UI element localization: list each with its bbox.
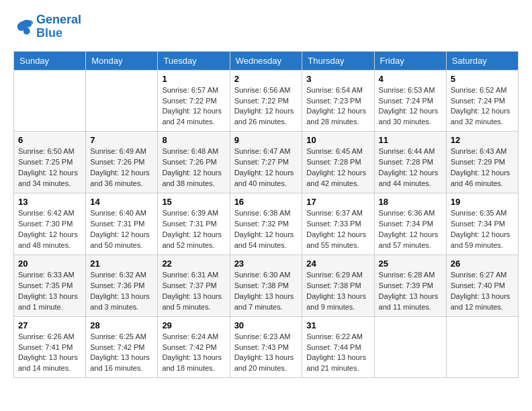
day-number: 31 <box>306 320 369 330</box>
day-number: 9 <box>234 135 298 145</box>
day-info: Sunrise: 6:32 AM Sunset: 7:36 PM Dayligh… <box>90 270 153 313</box>
day-number: 28 <box>90 320 153 330</box>
calendar-cell: 17Sunrise: 6:37 AM Sunset: 7:33 PM Dayli… <box>302 193 374 255</box>
day-header-monday: Monday <box>86 51 158 70</box>
calendar-cell: 29Sunrise: 6:24 AM Sunset: 7:42 PM Dayli… <box>158 316 230 378</box>
day-info: Sunrise: 6:44 AM Sunset: 7:28 PM Dayligh… <box>379 146 442 189</box>
day-number: 29 <box>162 320 225 330</box>
day-info: Sunrise: 6:22 AM Sunset: 7:44 PM Dayligh… <box>306 332 369 375</box>
day-number: 1 <box>162 74 225 84</box>
calendar-cell: 5Sunrise: 6:52 AM Sunset: 7:24 PM Daylig… <box>446 70 518 132</box>
day-info: Sunrise: 6:57 AM Sunset: 7:22 PM Dayligh… <box>162 85 225 128</box>
calendar-cell: 25Sunrise: 6:28 AM Sunset: 7:39 PM Dayli… <box>374 255 446 316</box>
calendar-cell: 31Sunrise: 6:22 AM Sunset: 7:44 PM Dayli… <box>302 316 374 378</box>
day-info: Sunrise: 6:49 AM Sunset: 7:26 PM Dayligh… <box>90 146 153 189</box>
day-number: 4 <box>379 74 442 84</box>
day-number: 12 <box>451 135 514 145</box>
calendar-cell: 24Sunrise: 6:29 AM Sunset: 7:38 PM Dayli… <box>302 255 374 316</box>
day-number: 8 <box>162 135 225 145</box>
logo-bird-icon <box>13 17 34 37</box>
day-info: Sunrise: 6:48 AM Sunset: 7:26 PM Dayligh… <box>162 146 225 189</box>
calendar-header-row: SundayMondayTuesdayWednesdayThursdayFrid… <box>14 51 519 70</box>
calendar-cell <box>446 316 518 378</box>
day-info: Sunrise: 6:29 AM Sunset: 7:38 PM Dayligh… <box>306 270 369 313</box>
day-header-friday: Friday <box>374 51 446 70</box>
day-info: Sunrise: 6:47 AM Sunset: 7:27 PM Dayligh… <box>234 146 298 189</box>
calendar-cell: 20Sunrise: 6:33 AM Sunset: 7:35 PM Dayli… <box>14 255 86 316</box>
day-info: Sunrise: 6:23 AM Sunset: 7:43 PM Dayligh… <box>234 332 298 375</box>
day-header-tuesday: Tuesday <box>158 51 230 70</box>
day-info: Sunrise: 6:25 AM Sunset: 7:42 PM Dayligh… <box>90 332 153 375</box>
day-header-saturday: Saturday <box>446 51 518 70</box>
day-number: 10 <box>306 135 369 145</box>
calendar-cell: 7Sunrise: 6:49 AM Sunset: 7:26 PM Daylig… <box>86 132 158 193</box>
day-info: Sunrise: 6:50 AM Sunset: 7:25 PM Dayligh… <box>18 146 81 189</box>
day-info: Sunrise: 6:30 AM Sunset: 7:38 PM Dayligh… <box>234 270 298 313</box>
day-number: 6 <box>18 135 81 145</box>
day-number: 11 <box>379 135 442 145</box>
logo-text: General <box>36 13 81 27</box>
calendar-cell: 30Sunrise: 6:23 AM Sunset: 7:43 PM Dayli… <box>230 316 302 378</box>
day-info: Sunrise: 6:45 AM Sunset: 7:28 PM Dayligh… <box>306 146 369 189</box>
day-number: 13 <box>18 197 81 207</box>
day-header-wednesday: Wednesday <box>230 51 302 70</box>
calendar-week-row: 27Sunrise: 6:26 AM Sunset: 7:41 PM Dayli… <box>14 316 519 378</box>
calendar-cell: 14Sunrise: 6:40 AM Sunset: 7:31 PM Dayli… <box>86 193 158 255</box>
day-info: Sunrise: 6:36 AM Sunset: 7:34 PM Dayligh… <box>379 208 442 251</box>
day-info: Sunrise: 6:43 AM Sunset: 7:29 PM Dayligh… <box>451 146 514 189</box>
calendar-cell: 12Sunrise: 6:43 AM Sunset: 7:29 PM Dayli… <box>446 132 518 193</box>
calendar-cell: 28Sunrise: 6:25 AM Sunset: 7:42 PM Dayli… <box>86 316 158 378</box>
calendar-cell: 22Sunrise: 6:31 AM Sunset: 7:37 PM Dayli… <box>158 255 230 316</box>
day-number: 17 <box>306 197 369 207</box>
calendar-week-row: 13Sunrise: 6:42 AM Sunset: 7:30 PM Dayli… <box>14 193 519 255</box>
day-number: 23 <box>234 259 298 269</box>
calendar-cell <box>86 70 158 132</box>
day-info: Sunrise: 6:31 AM Sunset: 7:37 PM Dayligh… <box>162 270 225 313</box>
day-info: Sunrise: 6:56 AM Sunset: 7:22 PM Dayligh… <box>234 85 298 128</box>
calendar-cell: 1Sunrise: 6:57 AM Sunset: 7:22 PM Daylig… <box>158 70 230 132</box>
calendar-cell: 16Sunrise: 6:38 AM Sunset: 7:32 PM Dayli… <box>230 193 302 255</box>
calendar-cell: 9Sunrise: 6:47 AM Sunset: 7:27 PM Daylig… <box>230 132 302 193</box>
day-info: Sunrise: 6:54 AM Sunset: 7:23 PM Dayligh… <box>306 85 369 128</box>
day-info: Sunrise: 6:26 AM Sunset: 7:41 PM Dayligh… <box>18 332 81 375</box>
page-header: General Blue <box>13 13 519 40</box>
day-number: 5 <box>451 74 514 84</box>
day-number: 15 <box>162 197 225 207</box>
day-number: 19 <box>451 197 514 207</box>
calendar-cell: 27Sunrise: 6:26 AM Sunset: 7:41 PM Dayli… <box>14 316 86 378</box>
day-number: 24 <box>306 259 369 269</box>
calendar-cell: 18Sunrise: 6:36 AM Sunset: 7:34 PM Dayli… <box>374 193 446 255</box>
day-number: 22 <box>162 259 225 269</box>
day-number: 18 <box>379 197 442 207</box>
day-info: Sunrise: 6:53 AM Sunset: 7:24 PM Dayligh… <box>379 85 442 128</box>
day-info: Sunrise: 6:35 AM Sunset: 7:34 PM Dayligh… <box>451 208 514 251</box>
calendar-cell <box>14 70 86 132</box>
calendar-cell: 3Sunrise: 6:54 AM Sunset: 7:23 PM Daylig… <box>302 70 374 132</box>
calendar-cell: 11Sunrise: 6:44 AM Sunset: 7:28 PM Dayli… <box>374 132 446 193</box>
day-number: 27 <box>18 320 81 330</box>
day-info: Sunrise: 6:38 AM Sunset: 7:32 PM Dayligh… <box>234 208 298 251</box>
day-header-sunday: Sunday <box>14 51 86 70</box>
calendar-week-row: 1Sunrise: 6:57 AM Sunset: 7:22 PM Daylig… <box>14 70 519 132</box>
calendar-cell <box>374 316 446 378</box>
calendar-cell: 15Sunrise: 6:39 AM Sunset: 7:31 PM Dayli… <box>158 193 230 255</box>
day-info: Sunrise: 6:42 AM Sunset: 7:30 PM Dayligh… <box>18 208 81 251</box>
calendar-cell: 4Sunrise: 6:53 AM Sunset: 7:24 PM Daylig… <box>374 70 446 132</box>
calendar-cell: 23Sunrise: 6:30 AM Sunset: 7:38 PM Dayli… <box>230 255 302 316</box>
calendar-cell: 26Sunrise: 6:27 AM Sunset: 7:40 PM Dayli… <box>446 255 518 316</box>
day-info: Sunrise: 6:37 AM Sunset: 7:33 PM Dayligh… <box>306 208 369 251</box>
calendar-week-row: 6Sunrise: 6:50 AM Sunset: 7:25 PM Daylig… <box>14 132 519 193</box>
day-number: 14 <box>90 197 153 207</box>
day-number: 30 <box>234 320 298 330</box>
day-number: 3 <box>306 74 369 84</box>
calendar-cell: 2Sunrise: 6:56 AM Sunset: 7:22 PM Daylig… <box>230 70 302 132</box>
day-header-thursday: Thursday <box>302 51 374 70</box>
day-info: Sunrise: 6:28 AM Sunset: 7:39 PM Dayligh… <box>379 270 442 313</box>
day-info: Sunrise: 6:39 AM Sunset: 7:31 PM Dayligh… <box>162 208 225 251</box>
logo-subtext: Blue <box>36 27 81 40</box>
calendar-cell: 6Sunrise: 6:50 AM Sunset: 7:25 PM Daylig… <box>14 132 86 193</box>
day-number: 16 <box>234 197 298 207</box>
day-info: Sunrise: 6:33 AM Sunset: 7:35 PM Dayligh… <box>18 270 81 313</box>
day-info: Sunrise: 6:27 AM Sunset: 7:40 PM Dayligh… <box>451 270 514 313</box>
logo: General Blue <box>13 13 81 40</box>
